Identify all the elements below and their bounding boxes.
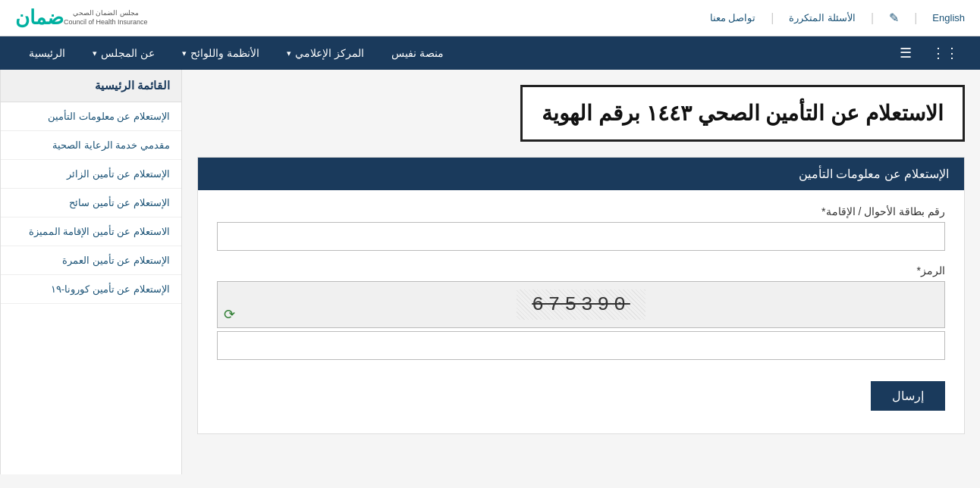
menu-icon[interactable]: ☰ <box>894 39 918 67</box>
nav-item-media[interactable]: المركز الإعلامي <box>273 36 378 70</box>
contact-link[interactable]: تواصل معنا <box>710 12 756 23</box>
sidebar: القائمة الرئيسية الإستعلام عن معلومات ال… <box>0 70 182 474</box>
form-header: الإستعلام عن معلومات التأمين <box>198 158 964 190</box>
logo-sub-text: مجلس الضمان الصحي Council of Health Insu… <box>64 9 148 27</box>
nav-item-nafis[interactable]: منصة نفيس <box>378 36 457 70</box>
captcha-image: 675390 ⟳ <box>217 281 945 328</box>
divider3: | <box>771 11 774 25</box>
sidebar-item-tourist-insurance[interactable]: الإستعلام عن تأمين سائح <box>1 189 181 217</box>
grid-icon[interactable]: ⋮⋮ <box>925 39 965 67</box>
id-field-group: رقم بطاقة الأحوال / الإقامة* <box>217 205 945 251</box>
list-item: الإستعلام عن تأمين كورونا-١٩ <box>1 275 181 304</box>
sidebar-item-covid-insurance[interactable]: الإستعلام عن تأمين كورونا-١٩ <box>1 275 181 303</box>
form-body: رقم بطاقة الأحوال / الإقامة* الرمز* 6753… <box>198 190 964 433</box>
list-item: مقدمي خدمة الرعاية الصحية <box>1 131 181 160</box>
nav-item-council[interactable]: عن المجلس <box>79 36 168 70</box>
captcha-input[interactable] <box>217 331 945 360</box>
top-bar: English | ✎ | الأسئلة المتكررة | تواصل م… <box>0 0 980 36</box>
submit-button[interactable]: إرسال <box>871 381 945 411</box>
english-link[interactable]: English <box>932 12 965 23</box>
list-item: الاستعلام عن تأمين الإقامة المميزة <box>1 217 181 246</box>
faq-icon: ✎ <box>889 11 899 25</box>
logo-main: ضمان <box>15 6 64 30</box>
nav-item-home[interactable]: الرئيسية <box>15 36 79 70</box>
content-area: الاستعلام عن التأمين الصحي ١٤٤٣ برقم اله… <box>182 70 980 474</box>
captcha-value: 675390 <box>517 289 645 320</box>
nav-right-icons: ⋮⋮ ☰ <box>894 39 965 67</box>
nav-items: منصة نفيس المركز الإعلامي الأنظمة واللوا… <box>15 36 457 70</box>
logo-area: مجلس الضمان الصحي Council of Health Insu… <box>15 6 152 30</box>
sidebar-item-visitor-insurance[interactable]: الإستعلام عن تأمين الزائر <box>1 160 181 188</box>
captcha-refresh-icon[interactable]: ⟳ <box>224 306 235 323</box>
nav-item-regulations[interactable]: الأنظمة واللوائح <box>168 36 273 70</box>
logo-line1: مجلس الضمان الصحي <box>64 9 148 18</box>
sidebar-item-insurance-info[interactable]: الإستعلام عن معلومات التأمين <box>1 102 181 130</box>
captcha-label: الرمز* <box>217 264 945 277</box>
sidebar-item-healthcare-providers[interactable]: مقدمي خدمة الرعاية الصحية <box>1 131 181 159</box>
list-item: الإستعلام عن تأمين الزائر <box>1 160 181 189</box>
captcha-group: الرمز* 675390 ⟳ <box>217 264 945 360</box>
list-item: الإستعلام عن معلومات التأمين <box>1 102 181 131</box>
main-wrapper: الاستعلام عن التأمين الصحي ١٤٤٣ برقم اله… <box>0 70 980 474</box>
list-item: الإستعلام عن تأمين سائح <box>1 189 181 217</box>
sidebar-item-umrah-insurance[interactable]: الإستعلام عن تأمين العمرة <box>1 246 181 274</box>
id-label: رقم بطاقة الأحوال / الإقامة* <box>217 205 945 217</box>
nav-bar: ⋮⋮ ☰ منصة نفيس المركز الإعلامي الأنظمة و… <box>0 36 980 70</box>
form-section: الإستعلام عن معلومات التأمين رقم بطاقة ا… <box>197 157 965 434</box>
logo-line2: Council of Health Insurance <box>64 18 148 27</box>
divider2: | <box>871 11 874 25</box>
list-item: الإستعلام عن تأمين العمرة <box>1 246 181 275</box>
divider1: | <box>914 11 917 25</box>
sidebar-title: القائمة الرئيسية <box>1 70 181 102</box>
top-bar-links: English | ✎ | الأسئلة المتكررة | تواصل م… <box>710 11 965 25</box>
id-input[interactable] <box>217 222 945 251</box>
sidebar-list: الإستعلام عن معلومات التأمين مقدمي خدمة … <box>1 102 181 304</box>
page-title-box: الاستعلام عن التأمين الصحي ١٤٤٣ برقم اله… <box>520 85 965 142</box>
faq-link[interactable]: الأسئلة المتكررة <box>789 12 856 23</box>
sidebar-item-premium-residence[interactable]: الاستعلام عن تأمين الإقامة المميزة <box>1 217 181 246</box>
page-title: الاستعلام عن التأمين الصحي ١٤٤٣ برقم اله… <box>542 101 944 126</box>
